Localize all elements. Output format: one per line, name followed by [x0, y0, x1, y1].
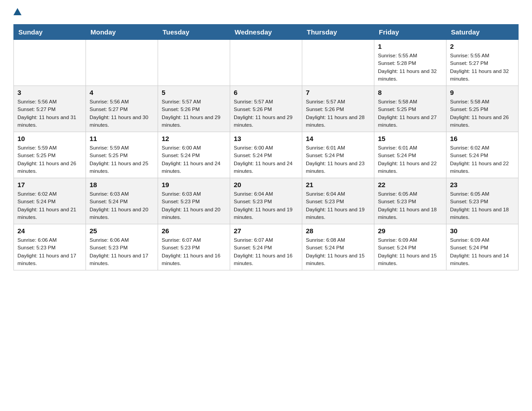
day-number: 6 [234, 89, 298, 96]
weekday-header-cell: Saturday [446, 25, 519, 40]
calendar-table: SundayMondayTuesdayWednesdayThursdayFrid… [13, 24, 519, 270]
day-info: Sunrise: 6:05 AM Sunset: 5:23 PM Dayligh… [450, 190, 515, 221]
day-info: Sunrise: 5:57 AM Sunset: 5:26 PM Dayligh… [306, 98, 370, 129]
calendar-day-cell: 28Sunrise: 6:08 AM Sunset: 5:24 PM Dayli… [302, 224, 374, 270]
day-info: Sunrise: 6:09 AM Sunset: 5:24 PM Dayligh… [450, 236, 515, 267]
day-number: 15 [378, 135, 442, 142]
weekday-header-cell: Tuesday [158, 25, 230, 40]
weekday-header-cell: Thursday [302, 25, 374, 40]
calendar-day-cell: 17Sunrise: 6:02 AM Sunset: 5:24 PM Dayli… [14, 178, 86, 224]
day-number: 16 [450, 135, 515, 142]
day-number: 19 [162, 181, 226, 188]
calendar-week-row: 24Sunrise: 6:06 AM Sunset: 5:23 PM Dayli… [14, 224, 519, 270]
day-info: Sunrise: 6:00 AM Sunset: 5:24 PM Dayligh… [234, 144, 298, 175]
calendar-day-cell: 4Sunrise: 5:56 AM Sunset: 5:27 PM Daylig… [86, 86, 158, 132]
calendar-day-cell: 29Sunrise: 6:09 AM Sunset: 5:24 PM Dayli… [374, 224, 446, 270]
day-number: 22 [378, 181, 442, 188]
calendar-day-cell [86, 40, 158, 86]
day-info: Sunrise: 6:00 AM Sunset: 5:24 PM Dayligh… [162, 144, 226, 175]
day-number: 11 [90, 135, 154, 142]
day-info: Sunrise: 5:59 AM Sunset: 5:25 PM Dayligh… [17, 144, 82, 175]
day-number: 4 [90, 89, 154, 96]
day-number: 7 [306, 89, 370, 96]
day-number: 25 [90, 227, 154, 235]
day-number: 28 [306, 227, 370, 235]
calendar-day-cell [230, 40, 302, 86]
calendar-day-cell: 22Sunrise: 6:05 AM Sunset: 5:23 PM Dayli… [374, 178, 446, 224]
calendar-week-row: 1Sunrise: 5:55 AM Sunset: 5:28 PM Daylig… [14, 40, 519, 86]
day-number: 2 [450, 43, 515, 50]
day-info: Sunrise: 5:59 AM Sunset: 5:25 PM Dayligh… [90, 144, 154, 175]
day-number: 27 [234, 227, 298, 235]
day-number: 8 [378, 89, 442, 96]
day-number: 1 [378, 43, 442, 50]
day-info: Sunrise: 6:04 AM Sunset: 5:23 PM Dayligh… [306, 190, 370, 221]
weekday-header-cell: Friday [374, 25, 446, 40]
day-info: Sunrise: 6:04 AM Sunset: 5:23 PM Dayligh… [234, 190, 298, 221]
calendar-day-cell: 26Sunrise: 6:07 AM Sunset: 5:23 PM Dayli… [158, 224, 230, 270]
day-number: 30 [450, 227, 515, 235]
day-info: Sunrise: 6:03 AM Sunset: 5:23 PM Dayligh… [162, 190, 226, 221]
calendar-day-cell: 1Sunrise: 5:55 AM Sunset: 5:28 PM Daylig… [374, 40, 446, 86]
day-number: 23 [450, 181, 515, 188]
day-number: 14 [306, 135, 370, 142]
day-info: Sunrise: 6:02 AM Sunset: 5:24 PM Dayligh… [17, 190, 82, 221]
day-info: Sunrise: 5:55 AM Sunset: 5:28 PM Dayligh… [378, 52, 442, 83]
weekday-header-row: SundayMondayTuesdayWednesdayThursdayFrid… [14, 25, 519, 40]
logo [13, 9, 22, 16]
calendar-week-row: 17Sunrise: 6:02 AM Sunset: 5:24 PM Dayli… [14, 178, 519, 224]
day-number: 21 [306, 181, 370, 188]
calendar-body: 1Sunrise: 5:55 AM Sunset: 5:28 PM Daylig… [14, 40, 519, 270]
calendar-day-cell: 15Sunrise: 6:01 AM Sunset: 5:24 PM Dayli… [374, 132, 446, 178]
calendar-day-cell: 11Sunrise: 5:59 AM Sunset: 5:25 PM Dayli… [86, 132, 158, 178]
weekday-header-cell: Sunday [14, 25, 86, 40]
day-info: Sunrise: 6:01 AM Sunset: 5:24 PM Dayligh… [378, 144, 442, 175]
day-info: Sunrise: 6:02 AM Sunset: 5:24 PM Dayligh… [450, 144, 515, 175]
day-info: Sunrise: 6:01 AM Sunset: 5:24 PM Dayligh… [306, 144, 370, 175]
day-number: 12 [162, 135, 226, 142]
day-info: Sunrise: 5:57 AM Sunset: 5:26 PM Dayligh… [162, 98, 226, 129]
day-number: 13 [234, 135, 298, 142]
day-number: 26 [162, 227, 226, 235]
calendar-header: SundayMondayTuesdayWednesdayThursdayFrid… [14, 25, 519, 40]
day-number: 20 [234, 181, 298, 188]
day-number: 18 [90, 181, 154, 188]
calendar-day-cell: 23Sunrise: 6:05 AM Sunset: 5:23 PM Dayli… [446, 178, 519, 224]
calendar-day-cell: 20Sunrise: 6:04 AM Sunset: 5:23 PM Dayli… [230, 178, 302, 224]
calendar-day-cell [14, 40, 86, 86]
calendar-week-row: 10Sunrise: 5:59 AM Sunset: 5:25 PM Dayli… [14, 132, 519, 178]
calendar-day-cell: 6Sunrise: 5:57 AM Sunset: 5:26 PM Daylig… [230, 86, 302, 132]
calendar-day-cell: 12Sunrise: 6:00 AM Sunset: 5:24 PM Dayli… [158, 132, 230, 178]
calendar-day-cell: 3Sunrise: 5:56 AM Sunset: 5:27 PM Daylig… [14, 86, 86, 132]
day-number: 10 [17, 135, 82, 142]
day-info: Sunrise: 6:03 AM Sunset: 5:24 PM Dayligh… [90, 190, 154, 221]
calendar-day-cell: 21Sunrise: 6:04 AM Sunset: 5:23 PM Dayli… [302, 178, 374, 224]
day-number: 5 [162, 89, 226, 96]
calendar-day-cell [158, 40, 230, 86]
calendar-day-cell: 9Sunrise: 5:58 AM Sunset: 5:25 PM Daylig… [446, 86, 519, 132]
page-header [13, 9, 519, 16]
logo-triangle-icon [13, 8, 21, 15]
day-info: Sunrise: 5:56 AM Sunset: 5:27 PM Dayligh… [17, 98, 82, 129]
calendar-day-cell: 8Sunrise: 5:58 AM Sunset: 5:25 PM Daylig… [374, 86, 446, 132]
calendar-day-cell: 10Sunrise: 5:59 AM Sunset: 5:25 PM Dayli… [14, 132, 86, 178]
calendar-day-cell: 5Sunrise: 5:57 AM Sunset: 5:26 PM Daylig… [158, 86, 230, 132]
calendar-day-cell: 16Sunrise: 6:02 AM Sunset: 5:24 PM Dayli… [446, 132, 519, 178]
day-info: Sunrise: 6:09 AM Sunset: 5:24 PM Dayligh… [378, 236, 442, 267]
calendar-week-row: 3Sunrise: 5:56 AM Sunset: 5:27 PM Daylig… [14, 86, 519, 132]
day-number: 9 [450, 89, 515, 96]
day-number: 24 [17, 227, 82, 235]
weekday-header-cell: Wednesday [230, 25, 302, 40]
day-info: Sunrise: 6:07 AM Sunset: 5:23 PM Dayligh… [162, 236, 226, 267]
calendar-day-cell [302, 40, 374, 86]
weekday-header-cell: Monday [86, 25, 158, 40]
calendar-day-cell: 27Sunrise: 6:07 AM Sunset: 5:24 PM Dayli… [230, 224, 302, 270]
day-info: Sunrise: 5:58 AM Sunset: 5:25 PM Dayligh… [378, 98, 442, 129]
day-info: Sunrise: 5:55 AM Sunset: 5:27 PM Dayligh… [450, 52, 515, 83]
calendar-day-cell: 24Sunrise: 6:06 AM Sunset: 5:23 PM Dayli… [14, 224, 86, 270]
calendar-day-cell: 13Sunrise: 6:00 AM Sunset: 5:24 PM Dayli… [230, 132, 302, 178]
day-info: Sunrise: 6:05 AM Sunset: 5:23 PM Dayligh… [378, 190, 442, 221]
calendar-day-cell: 2Sunrise: 5:55 AM Sunset: 5:27 PM Daylig… [446, 40, 519, 86]
day-info: Sunrise: 5:58 AM Sunset: 5:25 PM Dayligh… [450, 98, 515, 129]
calendar-day-cell: 18Sunrise: 6:03 AM Sunset: 5:24 PM Dayli… [86, 178, 158, 224]
